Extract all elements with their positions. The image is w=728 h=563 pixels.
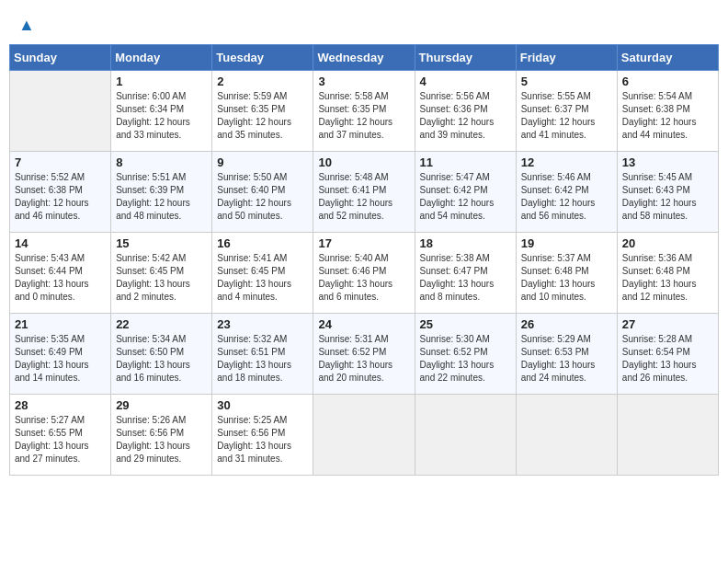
day-number: 5 xyxy=(521,75,612,88)
weekday-header-sunday: Sunday xyxy=(10,44,111,70)
calendar-cell xyxy=(516,394,617,475)
weekday-header-saturday: Saturday xyxy=(617,44,718,70)
day-number: 8 xyxy=(116,155,207,169)
calendar-cell: 29Sunrise: 5:26 AMSunset: 6:56 PMDayligh… xyxy=(111,394,212,475)
day-number: 15 xyxy=(116,236,207,250)
day-info: Sunrise: 5:27 AMSunset: 6:55 PMDaylight:… xyxy=(15,414,106,465)
day-number: 6 xyxy=(622,75,713,88)
calendar-body: 1Sunrise: 6:00 AMSunset: 6:34 PMDaylight… xyxy=(10,70,719,475)
day-number: 23 xyxy=(217,317,308,331)
calendar-week-3: 14Sunrise: 5:43 AMSunset: 6:44 PMDayligh… xyxy=(10,232,719,313)
weekday-header-thursday: Thursday xyxy=(415,44,516,70)
calendar-cell: 26Sunrise: 5:29 AMSunset: 6:53 PMDayligh… xyxy=(516,313,617,394)
calendar-cell: 17Sunrise: 5:40 AMSunset: 6:46 PMDayligh… xyxy=(313,232,415,313)
calendar-cell xyxy=(617,394,718,475)
day-info: Sunrise: 5:26 AMSunset: 6:56 PMDaylight:… xyxy=(116,414,207,465)
calendar-cell xyxy=(415,394,516,475)
day-number: 27 xyxy=(622,317,713,331)
day-number: 25 xyxy=(420,317,511,331)
calendar-week-1: 1Sunrise: 6:00 AMSunset: 6:34 PMDaylight… xyxy=(10,70,719,151)
day-info: Sunrise: 5:35 AMSunset: 6:49 PMDaylight:… xyxy=(15,333,106,385)
day-info: Sunrise: 5:38 AMSunset: 6:47 PMDaylight:… xyxy=(420,252,511,304)
day-number: 7 xyxy=(15,155,106,169)
day-info: Sunrise: 5:40 AMSunset: 6:46 PMDaylight:… xyxy=(318,252,409,304)
day-info: Sunrise: 5:42 AMSunset: 6:45 PMDaylight:… xyxy=(116,252,207,304)
day-info: Sunrise: 5:34 AMSunset: 6:50 PMDaylight:… xyxy=(116,333,207,385)
day-info: Sunrise: 5:28 AMSunset: 6:54 PMDaylight:… xyxy=(622,333,713,385)
calendar-cell: 27Sunrise: 5:28 AMSunset: 6:54 PMDayligh… xyxy=(617,313,718,394)
weekday-header-wednesday: Wednesday xyxy=(313,44,415,70)
day-number: 12 xyxy=(521,155,612,169)
day-number: 24 xyxy=(318,317,409,331)
day-number: 13 xyxy=(622,155,713,169)
calendar-cell: 5Sunrise: 5:55 AMSunset: 6:37 PMDaylight… xyxy=(516,70,617,151)
day-number: 1 xyxy=(116,75,207,88)
calendar-cell: 28Sunrise: 5:27 AMSunset: 6:55 PMDayligh… xyxy=(10,394,111,475)
calendar-header: SundayMondayTuesdayWednesdayThursdayFrid… xyxy=(10,44,719,70)
calendar-cell: 21Sunrise: 5:35 AMSunset: 6:49 PMDayligh… xyxy=(10,313,111,394)
calendar-cell: 22Sunrise: 5:34 AMSunset: 6:50 PMDayligh… xyxy=(111,313,212,394)
calendar-cell: 10Sunrise: 5:48 AMSunset: 6:41 PMDayligh… xyxy=(313,151,415,232)
day-info: Sunrise: 5:37 AMSunset: 6:48 PMDaylight:… xyxy=(521,252,612,304)
day-number: 14 xyxy=(15,236,106,250)
calendar-cell: 25Sunrise: 5:30 AMSunset: 6:52 PMDayligh… xyxy=(415,313,516,394)
day-number: 26 xyxy=(521,317,612,331)
day-info: Sunrise: 5:46 AMSunset: 6:42 PMDaylight:… xyxy=(521,171,612,223)
day-number: 30 xyxy=(217,398,308,412)
day-info: Sunrise: 5:51 AMSunset: 6:39 PMDaylight:… xyxy=(116,171,207,223)
day-info: Sunrise: 5:36 AMSunset: 6:48 PMDaylight:… xyxy=(622,252,713,304)
day-info: Sunrise: 6:00 AMSunset: 6:34 PMDaylight:… xyxy=(116,90,207,142)
calendar-table: SundayMondayTuesdayWednesdayThursdayFrid… xyxy=(9,44,719,476)
calendar-cell: 20Sunrise: 5:36 AMSunset: 6:48 PMDayligh… xyxy=(617,232,718,313)
day-number: 19 xyxy=(521,236,612,250)
day-info: Sunrise: 5:45 AMSunset: 6:43 PMDaylight:… xyxy=(622,171,713,223)
calendar-cell: 15Sunrise: 5:42 AMSunset: 6:45 PMDayligh… xyxy=(111,232,212,313)
day-info: Sunrise: 5:56 AMSunset: 6:36 PMDaylight:… xyxy=(420,90,511,142)
calendar-cell xyxy=(10,70,111,151)
calendar-cell xyxy=(313,394,415,475)
calendar-cell: 1Sunrise: 6:00 AMSunset: 6:34 PMDaylight… xyxy=(111,70,212,151)
day-number: 16 xyxy=(217,236,308,250)
day-number: 2 xyxy=(217,75,308,88)
logo: ▲ xyxy=(18,17,35,35)
day-number: 17 xyxy=(318,236,409,250)
day-info: Sunrise: 5:41 AMSunset: 6:45 PMDaylight:… xyxy=(217,252,308,304)
day-info: Sunrise: 5:32 AMSunset: 6:51 PMDaylight:… xyxy=(217,333,308,385)
calendar-cell: 16Sunrise: 5:41 AMSunset: 6:45 PMDayligh… xyxy=(212,232,313,313)
calendar-cell: 7Sunrise: 5:52 AMSunset: 6:38 PMDaylight… xyxy=(10,151,111,232)
day-number: 22 xyxy=(116,317,207,331)
calendar-cell: 24Sunrise: 5:31 AMSunset: 6:52 PMDayligh… xyxy=(313,313,415,394)
calendar-cell: 12Sunrise: 5:46 AMSunset: 6:42 PMDayligh… xyxy=(516,151,617,232)
day-info: Sunrise: 5:25 AMSunset: 6:56 PMDaylight:… xyxy=(217,414,308,465)
day-info: Sunrise: 5:50 AMSunset: 6:40 PMDaylight:… xyxy=(217,171,308,223)
day-info: Sunrise: 5:52 AMSunset: 6:38 PMDaylight:… xyxy=(15,171,106,223)
calendar-cell: 19Sunrise: 5:37 AMSunset: 6:48 PMDayligh… xyxy=(516,232,617,313)
logo-text: ▲ xyxy=(18,17,35,35)
calendar-cell: 4Sunrise: 5:56 AMSunset: 6:36 PMDaylight… xyxy=(415,70,516,151)
day-info: Sunrise: 5:30 AMSunset: 6:52 PMDaylight:… xyxy=(420,333,511,385)
calendar-cell: 11Sunrise: 5:47 AMSunset: 6:42 PMDayligh… xyxy=(415,151,516,232)
calendar-cell: 6Sunrise: 5:54 AMSunset: 6:38 PMDaylight… xyxy=(617,70,718,151)
day-number: 11 xyxy=(420,155,511,169)
calendar-cell: 23Sunrise: 5:32 AMSunset: 6:51 PMDayligh… xyxy=(212,313,313,394)
day-number: 28 xyxy=(15,398,106,412)
calendar-cell: 13Sunrise: 5:45 AMSunset: 6:43 PMDayligh… xyxy=(617,151,718,232)
day-number: 3 xyxy=(318,75,409,88)
day-info: Sunrise: 5:59 AMSunset: 6:35 PMDaylight:… xyxy=(217,90,308,142)
day-number: 9 xyxy=(217,155,308,169)
day-info: Sunrise: 5:29 AMSunset: 6:53 PMDaylight:… xyxy=(521,333,612,385)
calendar-cell: 9Sunrise: 5:50 AMSunset: 6:40 PMDaylight… xyxy=(212,151,313,232)
day-number: 29 xyxy=(116,398,207,412)
calendar-cell: 30Sunrise: 5:25 AMSunset: 6:56 PMDayligh… xyxy=(212,394,313,475)
day-number: 10 xyxy=(318,155,409,169)
day-info: Sunrise: 5:54 AMSunset: 6:38 PMDaylight:… xyxy=(622,90,713,142)
day-number: 20 xyxy=(622,236,713,250)
day-info: Sunrise: 5:55 AMSunset: 6:37 PMDaylight:… xyxy=(521,90,612,142)
weekday-header-tuesday: Tuesday xyxy=(212,44,313,70)
weekday-header-friday: Friday xyxy=(516,44,617,70)
weekday-header-monday: Monday xyxy=(111,44,212,70)
calendar-cell: 2Sunrise: 5:59 AMSunset: 6:35 PMDaylight… xyxy=(212,70,313,151)
day-info: Sunrise: 5:48 AMSunset: 6:41 PMDaylight:… xyxy=(318,171,409,223)
calendar-cell: 18Sunrise: 5:38 AMSunset: 6:47 PMDayligh… xyxy=(415,232,516,313)
calendar-cell: 8Sunrise: 5:51 AMSunset: 6:39 PMDaylight… xyxy=(111,151,212,232)
